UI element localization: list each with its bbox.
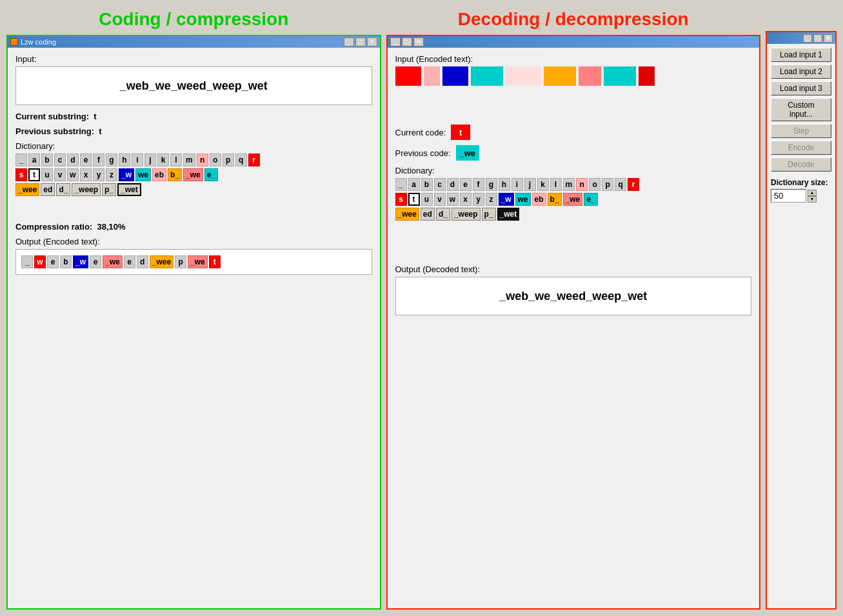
dict-token: a (28, 154, 40, 166)
dec-close-button[interactable]: ✕ (413, 37, 424, 46)
dict-size-input-row: ▲ ▼ (771, 189, 831, 203)
dict-token: e (460, 178, 471, 191)
dict-size-input[interactable] (771, 189, 806, 203)
previous-code-label: Previous code: (395, 148, 451, 158)
load-input-1-button[interactable]: Load input 1 (771, 48, 831, 62)
dict-token: r (248, 154, 260, 166)
dict-token: m (183, 154, 195, 166)
load-input-3-button[interactable]: Load input 3 (771, 81, 831, 95)
dict-token: _wee (150, 255, 174, 268)
dict-token: we (515, 193, 531, 206)
dict-token: _we (563, 193, 583, 206)
decoding-titlebar: _ □ ✕ (388, 36, 760, 48)
sidebar-titlebar-btns: _ □ ✕ (803, 34, 833, 43)
dict-token: e_ (584, 193, 597, 206)
current-code-value: t (451, 124, 470, 140)
dec-output-text: _web_we_weed_weep_wet (499, 290, 647, 303)
custom-input-button[interactable]: Custom input... (771, 98, 831, 121)
dict-token: n (197, 154, 208, 166)
encoded-blocks (395, 66, 752, 86)
dict-token: r (628, 178, 639, 191)
dict-size-spinners: ▲ ▼ (808, 190, 817, 203)
load-input-2-button[interactable]: Load input 2 (771, 65, 831, 79)
dict-token: e (90, 255, 101, 268)
dict-token: w (34, 255, 46, 268)
dict-token: e (47, 255, 59, 268)
dict-token: d_ (56, 183, 70, 196)
titlebar-title: Lzw coding (21, 38, 341, 46)
input-text: _web_we_weed_weep_wet (120, 79, 268, 93)
previous-substring-label: Previous substring: (15, 126, 94, 136)
dict-token: ed (41, 183, 55, 196)
dec-spacer1 (395, 92, 752, 124)
dict-token: _weep (72, 183, 101, 196)
dict-token: _w (119, 168, 134, 181)
output-tokens-row: _web_we_weed_weep_wet (21, 255, 221, 268)
dec-minimize-button[interactable]: _ (390, 37, 401, 46)
input-label: Input: (15, 54, 372, 64)
dict-token: _we (183, 168, 203, 181)
dec-maximize-button[interactable]: □ (402, 37, 412, 46)
minimize-button[interactable]: _ (344, 37, 354, 46)
dict-token: _weep (451, 208, 481, 221)
sidebar-panel: _ □ ✕ Load input 1 Load input 2 Load inp… (766, 31, 837, 610)
dict-token: j (144, 154, 156, 166)
sidebar-max-btn[interactable]: □ (813, 34, 822, 43)
dict-token: _wee (15, 183, 39, 196)
decoding-panel: _ □ ✕ Input (Encoded text): Current code… (386, 35, 761, 610)
dict-token: eb (152, 168, 166, 181)
encoded-block (506, 66, 541, 86)
dict-token: _we (188, 255, 208, 268)
dict-size-down-button[interactable]: ▼ (808, 196, 817, 203)
titlebar-buttons: _ □ ✕ (344, 37, 377, 46)
encoded-block (395, 66, 421, 86)
dict-token: z (106, 168, 117, 181)
dict-token: ed (421, 208, 435, 221)
dict-token: b (60, 255, 72, 268)
dict-token: v (434, 193, 446, 206)
main-container: Coding / compression Lzw coding _ □ ✕ In… (0, 0, 843, 616)
dict-token: i (511, 178, 523, 191)
decoding-section: Decoding / decompression _ □ ✕ Input (En… (386, 6, 761, 610)
dict-row-1: _abcdefghijklmnopqr (15, 154, 372, 166)
coding-dictionary: _abcdefghijklmnopqr stuvwxyz_wweebb__wee… (15, 154, 372, 196)
dict-token: p_ (102, 183, 116, 196)
compression-ratio-line: Compression ratio: 38,10% (15, 222, 372, 232)
dict-token: p_ (482, 208, 496, 221)
sidebar-min-btn[interactable]: _ (803, 34, 812, 43)
dict-token: s (15, 168, 27, 181)
step-button[interactable]: Step (771, 124, 831, 138)
dict-token: n (576, 178, 588, 191)
sidebar-close-btn[interactable]: ✕ (824, 34, 833, 43)
dict-token: b (41, 154, 53, 166)
dict-token: l (170, 154, 182, 166)
decode-button[interactable]: Decode (771, 157, 831, 172)
previous-code-row: Previous code: _we (395, 145, 752, 161)
close-button[interactable]: ✕ (367, 37, 377, 46)
dict-token: u (421, 193, 433, 206)
dict-size-up-button[interactable]: ▲ (808, 190, 817, 196)
dict-token: f (93, 154, 104, 166)
dict-token: x (80, 168, 92, 181)
dict-token: _w (499, 193, 514, 206)
dict-token: l (550, 178, 562, 191)
encoded-block (579, 66, 601, 86)
dict-token: _w (73, 255, 88, 268)
dict-token: q (615, 178, 626, 191)
dict-token: q (235, 154, 247, 166)
output-text-box: _web_we_weed_weep_wet (15, 249, 372, 275)
dict-token: b_ (548, 193, 562, 206)
dict-token: g (106, 154, 117, 166)
dict-token: t (209, 255, 221, 268)
dict-token: _we (103, 255, 123, 268)
dict-token: h (119, 154, 130, 166)
dict-token: t (408, 193, 420, 206)
coding-content: Input: _web_we_weed_weep_wet Current sub… (8, 48, 380, 608)
dict-token: s (395, 193, 407, 206)
dict-token: _ (21, 255, 33, 268)
dict-token: b (421, 178, 433, 191)
dict-size-section: Dictionary size: ▲ ▼ (771, 178, 831, 203)
maximize-button[interactable]: □ (355, 37, 366, 46)
previous-substring-value: t (99, 126, 101, 136)
encode-button[interactable]: Encode (771, 141, 831, 155)
